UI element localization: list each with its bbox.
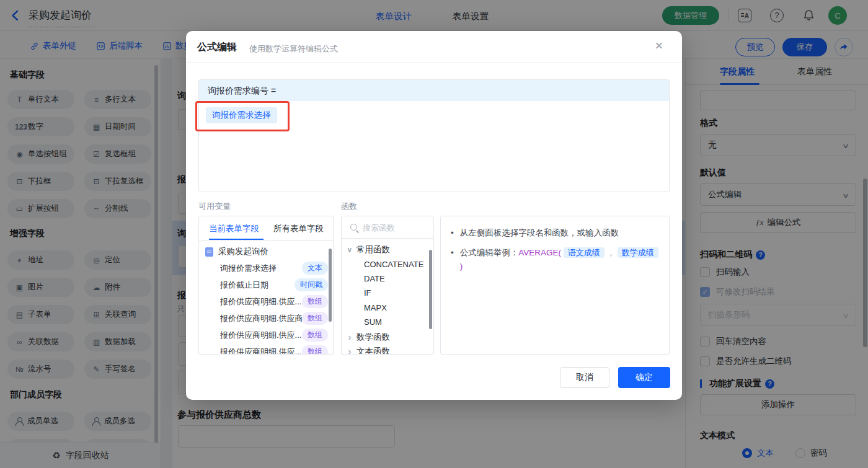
close-icon[interactable]: × [650,37,668,56]
tab-all-form-fields[interactable]: 所有表单字段 [273,223,324,234]
search-icon [350,223,359,232]
variable-row[interactable]: 报价供应商明细.供应商 数组 [220,310,328,327]
help-tip: • 从左侧面板选择字段名和函数，或输入函数 [451,226,662,240]
variables-panel: 当前表单字段 所有表单字段 采购发起询价 询报价需求选择 文本 报价截止日期 时… [198,216,334,355]
functions-label: 函数 [341,201,357,212]
chevron-down-icon [347,245,353,254]
bullet-icon: • [451,226,454,240]
function-search-input[interactable] [363,221,427,234]
formula-edit-modal: 公式编辑 使用数学运算符编辑公式 × 询报价需求编号 = 询报价需求选择 可用变… [186,31,682,400]
variable-row[interactable]: 报价供应商明细.供应... 数组 [220,343,328,355]
function-item[interactable]: SUM [364,315,382,329]
function-group-text[interactable]: 文本函数 [347,344,390,355]
function-item[interactable]: CONCATENATE [364,257,423,272]
functions-scrollbar[interactable] [429,250,432,329]
functions-panel: 常用函数 CONCATENATE DATE IF MAPX SUM 数学函数 文… [341,216,434,355]
variable-row[interactable]: 报价供应商明细.供应... 数组 [220,293,328,310]
function-item[interactable]: IF [364,286,371,300]
chevron-right-icon [347,332,353,342]
example-field-chip: 数学成绩 [618,247,658,258]
function-item[interactable]: DATE [364,272,385,286]
variable-row[interactable]: 询报价需求选择 文本 [220,260,328,276]
variable-row[interactable]: 报价供应商明细.供应... 数组 [220,327,328,343]
form-file-icon [205,247,213,257]
variable-tree-root[interactable]: 采购发起询价 [205,244,268,260]
bullet-icon: • [451,246,454,273]
app-root: 采购发起询价 表单设计 表单设置 数据管理 A C 表单外链 后端脚本 数据权限… [0,0,868,468]
modal-subtitle: 使用数学运算符编辑公式 [249,43,338,55]
formula-target: 询报价需求编号 = [199,80,669,101]
type-badge: 数组 [302,329,328,342]
example-field-chip: 语文成绩 [564,247,604,258]
modal-title: 公式编辑 [197,41,237,54]
tab-current-form-fields[interactable]: 当前表单字段 [209,223,259,234]
help-example: • 公式编辑举例：AVERAGE( 语文成绩 ， 数学成绩 ) [451,246,662,273]
function-token: AVERAGE( [518,248,561,257]
chevron-right-icon [347,347,353,355]
cancel-button[interactable]: 取消 [560,367,609,388]
function-group-math[interactable]: 数学函数 [347,330,390,345]
type-badge: 时间戳 [294,278,328,291]
type-badge: 数组 [302,295,328,308]
formula-field-chip[interactable]: 询报价需求选择 [206,107,277,123]
function-item[interactable]: MAPX [364,301,387,315]
confirm-button[interactable]: 确定 [618,367,670,388]
type-badge: 数组 [302,312,328,325]
variables-label: 可用变量 [198,201,231,212]
type-badge: 文本 [302,262,328,275]
function-group-common[interactable]: 常用函数 [347,242,390,257]
divider [186,62,682,63]
variables-scrollbar[interactable] [329,249,332,322]
function-search [342,216,433,239]
function-token: ) [460,262,463,271]
type-badge: 数组 [302,345,328,355]
formula-editor[interactable]: 询报价需求编号 = 询报价需求选择 [198,79,670,192]
help-panel: • 从左侧面板选择字段名和函数，或输入函数 • 公式编辑举例：AVERAGE( … [440,216,670,355]
variable-row[interactable]: 报价截止日期 时间戳 [220,276,328,293]
divider [199,240,333,241]
